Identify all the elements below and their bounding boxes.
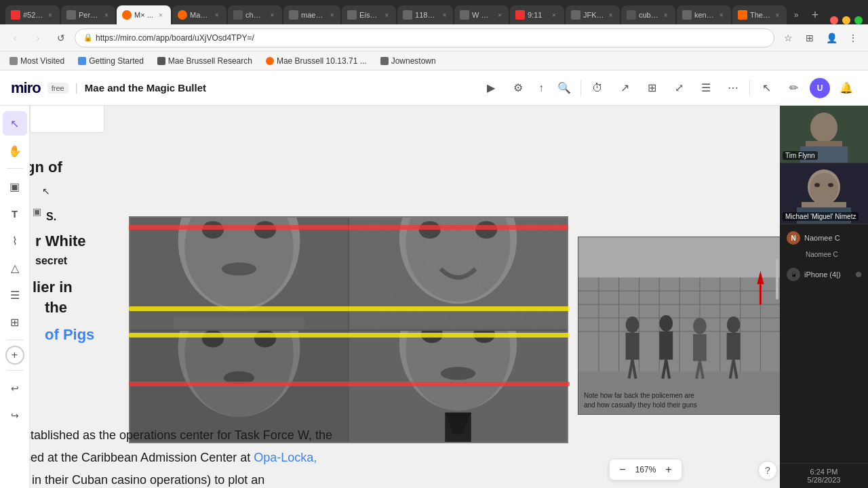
close-window-button[interactable] xyxy=(830,16,838,24)
forward-button[interactable]: › xyxy=(28,28,47,47)
cursor-tool-button[interactable]: ↖ xyxy=(3,111,27,136)
tab-8[interactable]: 1183CF9... × xyxy=(397,5,453,24)
tab-2-close[interactable]: × xyxy=(103,10,110,20)
tab-5[interactable]: chat... × xyxy=(228,5,282,24)
right-panel: Tim Flynn Michael 'Miguel' Nimetz xyxy=(780,106,868,488)
text-ign-of: ign of xyxy=(30,159,62,176)
export-button[interactable]: ↗ xyxy=(614,77,635,99)
browser-menu-button[interactable]: ⋮ xyxy=(844,28,863,47)
extensions-button[interactable]: ⊞ xyxy=(800,28,819,47)
tab-6-close[interactable]: × xyxy=(329,10,335,20)
notification-bell-button[interactable]: 🔔 xyxy=(835,77,857,99)
help-button[interactable]: ? xyxy=(758,461,777,480)
tab-6-favicon xyxy=(289,10,298,20)
grid-tool-button[interactable]: ⊞ xyxy=(3,310,27,334)
note-tool-button[interactable]: ☰ xyxy=(3,283,27,307)
svg-rect-55 xyxy=(659,331,673,360)
connector-tool-button[interactable]: ⌇ xyxy=(3,228,27,253)
search-button[interactable]: 🔍 xyxy=(553,77,575,99)
sticky-note-tool-button[interactable]: ▣ xyxy=(3,174,27,199)
tab-13[interactable]: kenn... × xyxy=(677,5,731,24)
plan-badge: free xyxy=(47,83,68,94)
more-tabs-button[interactable]: » xyxy=(787,5,806,24)
new-tab-button[interactable]: + xyxy=(806,5,825,24)
redo-button[interactable]: ↪ xyxy=(3,403,27,428)
tab-11-close[interactable]: × xyxy=(607,10,614,20)
profile-button[interactable]: 👤 xyxy=(822,28,841,47)
video-tile-tim-flynn: Tim Flynn xyxy=(780,106,868,163)
tab-7-label: Eisen... xyxy=(359,11,380,19)
tab-7-favicon xyxy=(347,10,357,20)
iphone-name: iPhone (4|) xyxy=(804,270,841,279)
bookmark-mae-brussell-date[interactable]: Mae Brussell 10.13.71 ... xyxy=(262,55,371,67)
tab-12-close[interactable]: × xyxy=(662,10,671,20)
tab-4[interactable]: Mac ... × xyxy=(172,5,226,24)
zoom-out-button[interactable]: − xyxy=(615,462,630,477)
tab-13-close[interactable]: × xyxy=(717,10,726,20)
tab-7[interactable]: Eisen... × xyxy=(342,5,396,24)
tab-3-close[interactable]: × xyxy=(156,10,165,20)
tab-4-close[interactable]: × xyxy=(213,10,222,20)
play-button[interactable]: ▶ xyxy=(480,77,502,99)
cursor-mode-button[interactable]: ↖ xyxy=(755,77,777,99)
share-button[interactable]: ↑ xyxy=(530,77,552,99)
tab-10[interactable]: 9:11 × xyxy=(510,5,564,24)
tab-14-label: The H... xyxy=(750,11,771,19)
bookmark-jownestown[interactable]: Jownestown xyxy=(376,55,440,67)
tab-9-close[interactable]: × xyxy=(496,10,503,20)
zoom-in-button[interactable]: + xyxy=(661,462,676,477)
svg-rect-59 xyxy=(693,334,707,361)
article-line-2: sed at the Caribbean Admission Center at… xyxy=(30,448,685,468)
video-tile-1-name: Tim Flynn xyxy=(783,151,818,160)
tab-5-close[interactable]: × xyxy=(268,10,277,20)
tab-10-close[interactable]: × xyxy=(549,10,559,20)
tab-8-close[interactable]: × xyxy=(441,10,448,20)
canvas-content: ign of ↖ S. r White secret lier in the o… xyxy=(30,106,780,488)
left-toolbar: ↖ ✋ ▣ T ⌇ △ ☰ ⊞ + ↩ ↪ xyxy=(0,106,30,488)
pen-button[interactable]: ✏ xyxy=(783,77,804,99)
canvas-area: ↖ ✋ ▣ T ⌇ △ ☰ ⊞ + ↩ ↪ ign of ↖ S. r Whit… xyxy=(0,106,868,488)
police-photo-caption: Note how far back the policemen areand h… xyxy=(584,391,780,410)
text-the: the xyxy=(45,299,67,317)
fullscreen-button[interactable]: ⤢ xyxy=(668,77,690,99)
tab-12[interactable]: cuba... × xyxy=(621,5,675,24)
iphone-avatar: 📱 xyxy=(787,268,800,281)
reload-button[interactable]: ↺ xyxy=(52,28,71,47)
tab-6[interactable]: maebruss... × xyxy=(283,5,340,24)
video-tile-2-name: Michael 'Miguel' Nimetz xyxy=(783,212,859,221)
svg-point-75 xyxy=(810,173,838,204)
opa-locka-link[interactable]: Opa-Locka, xyxy=(254,451,317,464)
tab-14-close[interactable]: × xyxy=(774,10,781,20)
tab-3-active[interactable]: M× ... × xyxy=(117,5,171,24)
tab-14[interactable]: The H... × xyxy=(732,5,787,24)
undo-button[interactable]: ↩ xyxy=(3,376,27,401)
svg-point-78 xyxy=(814,183,820,187)
settings-button[interactable]: ⚙ xyxy=(507,77,529,99)
timer-icon[interactable]: ⏱ xyxy=(587,77,608,99)
user-avatar[interactable]: U xyxy=(810,78,830,98)
caption-text: Note how far back the policemen areand h… xyxy=(584,392,697,409)
maximize-window-button[interactable] xyxy=(854,16,863,24)
back-button[interactable]: ‹ xyxy=(5,28,24,47)
bookmark-most-visited[interactable]: Most Visited xyxy=(5,55,68,67)
tab-1-close[interactable]: × xyxy=(46,10,54,20)
hand-tool-button[interactable]: ✋ xyxy=(3,138,27,163)
tab-7-close[interactable]: × xyxy=(383,10,391,20)
bookmark-getting-started[interactable]: Getting Started xyxy=(74,55,148,67)
bookmark-mae-brussell[interactable]: Mae Brussell Research xyxy=(153,55,256,67)
text-tool-button[interactable]: T xyxy=(3,201,27,226)
tab-1[interactable]: #52 !... × xyxy=(5,5,60,24)
article-line-1: stablished as the operations center for … xyxy=(30,426,685,445)
url-bar[interactable]: 🔒 https://miro.com/app/board/uXjVOsd4TPY… xyxy=(75,28,774,47)
add-tool-button[interactable]: + xyxy=(5,346,24,365)
bookmark-button[interactable]: ☆ xyxy=(778,28,797,47)
more-options-button[interactable]: ⋯ xyxy=(722,77,744,99)
tab-11[interactable]: JFK Fi... × xyxy=(566,5,620,24)
tab-2[interactable]: Pershing × xyxy=(61,5,115,24)
tab-9[interactable]: W Oper... × xyxy=(454,5,509,24)
scrollbar[interactable] xyxy=(776,259,778,300)
layout-button[interactable]: ☰ xyxy=(695,77,717,99)
frames-button[interactable]: ⊞ xyxy=(641,77,663,99)
shape-tool-button[interactable]: △ xyxy=(3,256,27,280)
minimize-window-button[interactable] xyxy=(842,16,850,24)
